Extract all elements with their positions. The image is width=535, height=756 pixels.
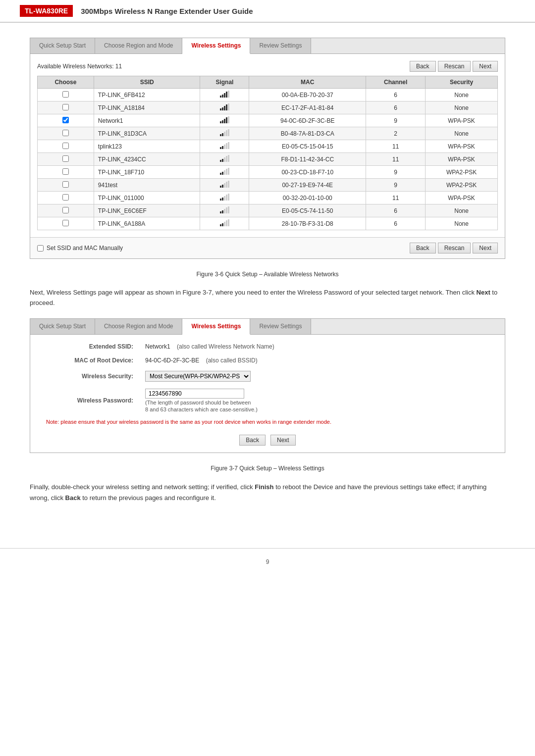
wizard-box-2: Quick Setup Start Choose Region and Mode… [30, 318, 505, 453]
model-badge: TL-WA830RE [20, 5, 73, 17]
col-security: Security [426, 76, 498, 89]
security-cell: None [426, 101, 498, 114]
tab-review-settings-2[interactable]: Review Settings [250, 319, 311, 334]
security-cell: WPA2-PSK [426, 179, 498, 192]
security-cell: None [426, 127, 498, 140]
table-container-1: Available Wireless Networks: 11 Back Res… [30, 54, 505, 237]
security-cell: WPA-PSK [426, 140, 498, 153]
col-mac: MAC [249, 76, 366, 89]
extended-ssid-label: Extended SSID: [40, 340, 139, 353]
desc-text-1: Next, Wireless Settings page will appear… [30, 288, 505, 308]
channel-cell: 6 [366, 89, 426, 101]
table-row: TP-LINK_6A188A28-10-7B-F3-31-D86None [38, 217, 498, 230]
ssid-cell: Network1 [94, 114, 200, 127]
form-row-security: Wireless Security: Most Secure(WPA-PSK/W… [40, 367, 495, 385]
top-bar-1: Available Wireless Networks: 11 Back Res… [37, 61, 498, 72]
wireless-settings-form: Extended SSID: Network1 (also called Wir… [40, 340, 495, 416]
signal-cell [200, 217, 249, 230]
form-row-ssid: Extended SSID: Network1 (also called Wir… [40, 340, 495, 353]
password-value: (The length of password should be betwee… [139, 385, 495, 416]
channel-cell: 11 [366, 192, 426, 204]
tab-choose-region-2[interactable]: Choose Region and Mode [95, 319, 182, 334]
signal-cell [200, 204, 249, 217]
mac-cell: F8-D1-11-42-34-CC [249, 153, 366, 166]
ssid-cell: TP-LINK_18F710 [94, 166, 200, 179]
network-checkbox-8[interactable] [62, 194, 69, 201]
form-row-mac: MAC of Root Device: 94-0C-6D-2F-3C-BE (a… [40, 353, 495, 367]
set-ssid-checkbox[interactable] [37, 245, 44, 252]
table-row: 941test00-27-19-E9-74-4E9WPA2-PSK [38, 179, 498, 192]
back-button-top[interactable]: Back [410, 61, 436, 72]
mac-cell: E0-05-C5-15-04-15 [249, 140, 366, 153]
col-signal: Signal [200, 76, 249, 89]
signal-cell [200, 89, 249, 101]
page-footer: 9 [0, 548, 535, 575]
wizard-tabs-2: Quick Setup Start Choose Region and Mode… [30, 319, 505, 335]
security-cell: WPA-PSK [426, 192, 498, 204]
page-number: 9 [266, 558, 269, 565]
ssid-cell: TP-LINK_81D3CA [94, 127, 200, 140]
security-select[interactable]: Most Secure(WPA-PSK/WPA2-PS [145, 371, 251, 382]
col-channel: Channel [366, 76, 426, 89]
network-checkbox-1[interactable] [62, 104, 69, 110]
security-label: Wireless Security: [40, 367, 139, 385]
network-checkbox-2[interactable] [62, 117, 69, 123]
next-button-form[interactable]: Next [270, 435, 296, 446]
network-checkbox-10[interactable] [62, 220, 69, 226]
table-row: TP-LINK_6FB41200-0A-EB-70-20-376None [38, 89, 498, 101]
bottom-bar-1: Set SSID and MAC Manually Back Rescan Ne… [30, 237, 505, 258]
ssid-cell: TP-LINK_6A188A [94, 217, 200, 230]
table-row: TP-LINK_A18184EC-17-2F-A1-81-846None [38, 101, 498, 114]
back-button-form[interactable]: Back [239, 435, 266, 446]
rescan-button-bottom[interactable]: Rescan [438, 243, 471, 253]
network-checkbox-9[interactable] [62, 207, 69, 213]
network-checkbox-6[interactable] [62, 168, 69, 175]
tab-choose-region-1[interactable]: Choose Region and Mode [95, 38, 182, 53]
ssid-cell: 941test [94, 179, 200, 192]
signal-cell [200, 114, 249, 127]
security-cell: None [426, 204, 498, 217]
signal-cell [200, 153, 249, 166]
next-button-bottom[interactable]: Next [473, 243, 498, 253]
ssid-cell: TP-LINK_6FB412 [94, 89, 200, 101]
wizard-tabs-1: Quick Setup Start Choose Region and Mode… [30, 38, 505, 54]
back-button-bottom[interactable]: Back [410, 243, 436, 253]
tab-wireless-settings-1[interactable]: Wireless Settings [182, 38, 250, 54]
network-checkbox-5[interactable] [62, 155, 69, 162]
page-title: 300Mbps Wireless N Range Extender User G… [81, 7, 253, 15]
tab-quick-setup-start-2[interactable]: Quick Setup Start [30, 319, 95, 334]
mac-cell: 94-0C-6D-2F-3C-BE [249, 114, 366, 127]
security-value: Most Secure(WPA-PSK/WPA2-PS [139, 367, 495, 385]
mac-cell: EC-17-2F-A1-81-84 [249, 101, 366, 114]
bottom-btn-group: Back Rescan Next [410, 243, 498, 253]
network-checkbox-3[interactable] [62, 130, 69, 136]
table-row: TP-LINK_E6C6EFE0-05-C5-74-11-506None [38, 204, 498, 217]
tab-quick-setup-start-1[interactable]: Quick Setup Start [30, 38, 95, 53]
mac-cell: E0-05-C5-74-11-50 [249, 204, 366, 217]
tab-wireless-settings-2[interactable]: Wireless Settings [182, 319, 250, 335]
col-ssid: SSID [94, 76, 200, 89]
signal-cell [200, 192, 249, 204]
security-cell: WPA-PSK [426, 153, 498, 166]
mac-cell: 28-10-7B-F3-31-D8 [249, 217, 366, 230]
mac-cell: 00-27-19-E9-74-4E [249, 179, 366, 192]
signal-cell [200, 166, 249, 179]
next-button-top[interactable]: Next [473, 61, 498, 72]
final-desc-text: Finally, double-check your wireless sett… [30, 482, 505, 504]
set-ssid-label[interactable]: Set SSID and MAC Manually [37, 245, 123, 252]
password-input[interactable] [145, 389, 244, 399]
page-header: TL-WA830RE 300Mbps Wireless N Range Exte… [0, 0, 535, 23]
mac-cell: 00-0A-EB-70-20-37 [249, 89, 366, 101]
channel-cell: 9 [366, 114, 426, 127]
security-cell: WPA2-PSK [426, 166, 498, 179]
form-row-password: Wireless Password: (The length of passwo… [40, 385, 495, 416]
rescan-button-top[interactable]: Rescan [438, 61, 471, 72]
tab-review-settings-1[interactable]: Review Settings [250, 38, 311, 53]
ssid-cell: TP-LINK_A18184 [94, 101, 200, 114]
form-buttons: Back Next [30, 430, 505, 453]
network-checkbox-7[interactable] [62, 181, 69, 188]
network-checkbox-4[interactable] [62, 143, 69, 149]
mac-cell: 00-32-20-01-10-00 [249, 192, 366, 204]
ssid-cell: tplink123 [94, 140, 200, 153]
network-checkbox-0[interactable] [62, 91, 69, 98]
